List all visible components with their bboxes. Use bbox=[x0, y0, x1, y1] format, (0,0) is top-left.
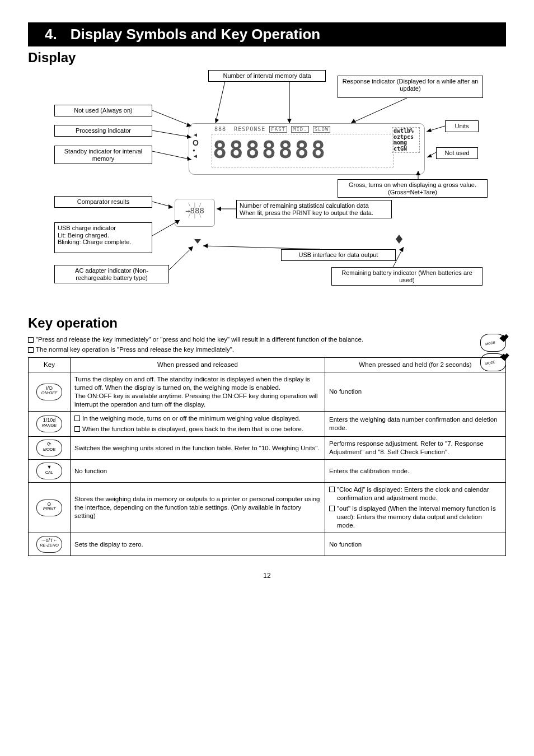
lcd-top-row: 888 RESPONSE FAST MID. SLOW bbox=[214, 126, 330, 132]
key-note-a: "Press and release the key immediately" … bbox=[28, 335, 506, 343]
key-note-b-text: The normal key operation is "Press and r… bbox=[36, 346, 234, 353]
key-operation-table: Key When pressed and released When press… bbox=[28, 357, 506, 556]
label-ac-adapter-left: AC adapter indicator (Non-rechargeable b… bbox=[54, 265, 169, 283]
label-interval-memory: Number of interval memory data bbox=[208, 70, 326, 82]
page-number: 12 bbox=[28, 572, 506, 580]
table-row: ⟳MODE Switches the weighing units stored… bbox=[29, 437, 506, 460]
mode-press: Switches the weighing units stored in th… bbox=[71, 437, 325, 460]
mode-hold: Performs response adjustment. Refer to "… bbox=[325, 437, 506, 460]
svg-line-18 bbox=[427, 126, 445, 132]
svg-marker-29 bbox=[399, 247, 404, 252]
key-operation-heading: Key operation bbox=[28, 315, 506, 331]
table-row: 1/10dRANGE In the weighing mode, turns o… bbox=[29, 412, 506, 437]
svg-marker-7 bbox=[168, 204, 173, 209]
print-key-icon: ⊙PRINT bbox=[36, 500, 62, 516]
th-hold: When pressed and held (for 2 seconds) bbox=[325, 357, 506, 372]
label-remaining-battery: Number of remaining statistical calculat… bbox=[236, 200, 392, 218]
svg-marker-25 bbox=[217, 207, 221, 211]
label-remaining-battery-right: Remaining battery indicator (When batter… bbox=[331, 267, 483, 286]
svg-line-4 bbox=[152, 151, 191, 160]
range-key-icon: 1/10dRANGE bbox=[36, 416, 62, 432]
chapter-number: 4. bbox=[45, 26, 57, 43]
print-hold-item1: "Cloc Adj" is displayed: Enters the cloc… bbox=[337, 486, 502, 502]
svg-line-12 bbox=[216, 81, 225, 123]
cal-press: No function bbox=[71, 460, 325, 483]
svg-marker-11 bbox=[188, 246, 193, 251]
svg-marker-17 bbox=[351, 119, 356, 123]
triangle-right-icon bbox=[396, 239, 402, 244]
table-row: →0/T←RE-ZERO Sets the display to zero. N… bbox=[29, 533, 506, 556]
lcd-main: 888 RESPONSE FAST MID. SLOW ◄ O ● ◄ 8888… bbox=[189, 123, 425, 175]
svg-line-6 bbox=[152, 202, 173, 207]
lcd-segments-888: 888 bbox=[214, 126, 226, 132]
lcd-fast-box: FAST bbox=[269, 126, 287, 133]
label-smart-range: Processing indicator bbox=[54, 125, 152, 137]
lcd-left-indicators: ◄ O ● ◄ bbox=[193, 132, 199, 160]
mode-icon-hold bbox=[480, 353, 506, 371]
triangle-left-icon bbox=[194, 239, 201, 244]
rezero-key-icon: →0/T←RE-ZERO bbox=[36, 536, 62, 553]
svg-marker-27 bbox=[203, 244, 208, 248]
svg-marker-19 bbox=[427, 128, 432, 132]
lcd-mid-box: MID. bbox=[291, 126, 309, 133]
label-usb-interface-right: USB interface for data output bbox=[281, 249, 396, 261]
print-press: Stores the weighing data in memory or ou… bbox=[71, 483, 325, 533]
label-comparator: Comparator results bbox=[54, 196, 152, 208]
rezero-press: Sets the display to zero. bbox=[71, 533, 325, 556]
svg-marker-13 bbox=[215, 118, 219, 123]
lcd-units-block: dwtlb% oztpcs momg ctGN bbox=[392, 127, 420, 153]
label-net: Not used bbox=[436, 147, 478, 159]
svg-line-2 bbox=[152, 130, 191, 137]
lcd-stable-circle: O bbox=[193, 138, 199, 148]
th-key: Key bbox=[29, 357, 71, 372]
chapter-title-bar: 4.Display Symbols and Key Operation bbox=[28, 22, 506, 46]
lcd-slow-box: SLOW bbox=[313, 126, 331, 133]
finger-icons bbox=[480, 332, 506, 373]
label-stable-zero: Not used (Always on) bbox=[54, 105, 152, 116]
display-diagram: Number of interval memory data Response … bbox=[38, 70, 496, 305]
print-hold: "Cloc Adj" is displayed: Enters the cloc… bbox=[325, 483, 506, 533]
cal-hold: Enters the calibration mode. bbox=[325, 460, 506, 483]
label-gross: Gross, turns on when displaying a gross … bbox=[338, 179, 488, 198]
svg-line-20 bbox=[427, 152, 436, 157]
table-row: ▼CAL No function Enters the calibration … bbox=[29, 460, 506, 483]
svg-marker-15 bbox=[287, 119, 292, 123]
chapter-title-text: Display Symbols and Key Operation bbox=[71, 26, 320, 43]
label-units: Units bbox=[445, 120, 479, 132]
label-usb-charge: USB charge indicator Lit: Being charged.… bbox=[54, 222, 152, 253]
rezero-hold: No function bbox=[325, 533, 506, 556]
onoff-key-icon: I/OON:OFF bbox=[36, 384, 62, 400]
range-press: In the weighing mode, turns on or off th… bbox=[71, 412, 325, 437]
label-response-indicator: Response indicator (Displayed for a whil… bbox=[338, 76, 483, 98]
lcd-small: \ | / →888 / | \ bbox=[175, 199, 215, 227]
label-remain-line1: Number of remaining statistical calculat… bbox=[240, 202, 388, 209]
onoff-press: Turns the display on and off. The standb… bbox=[71, 372, 325, 412]
table-row: I/OON:OFF Turns the display on and off. … bbox=[29, 372, 506, 412]
onoff-hold: No function bbox=[325, 372, 506, 412]
range-press-item2: When the function table is displayed, go… bbox=[82, 425, 321, 433]
lcd-response-text: RESPONSE bbox=[234, 126, 265, 132]
range-hold: Enters the weighing data number confirma… bbox=[325, 412, 506, 437]
print-hold-item2: "out" is displayed (When the interval me… bbox=[337, 505, 502, 530]
label-standby: Standby indicator for interval memory bbox=[54, 146, 152, 164]
key-note-b: The normal key operation is "Press and r… bbox=[28, 346, 506, 353]
svg-marker-21 bbox=[427, 154, 432, 157]
table-row: ⊙PRINT Stores the weighing data in memor… bbox=[29, 483, 506, 533]
key-note-a-text: "Press and release the key immediately" … bbox=[36, 336, 363, 343]
svg-line-16 bbox=[351, 98, 407, 123]
display-section-heading: Display bbox=[28, 50, 506, 66]
lcd-digits: 8888888 bbox=[213, 136, 327, 164]
label-remain-line2: When lit, press the PRINT key to output … bbox=[240, 209, 388, 217]
th-press: When pressed and released bbox=[71, 357, 325, 372]
svg-line-0 bbox=[152, 110, 191, 126]
svg-line-10 bbox=[169, 246, 193, 270]
cal-key-icon: ▼CAL bbox=[36, 463, 62, 479]
range-press-item1: In the weighing mode, turns on or off th… bbox=[82, 414, 321, 423]
mode-key-icon: ⟳MODE bbox=[36, 440, 62, 456]
